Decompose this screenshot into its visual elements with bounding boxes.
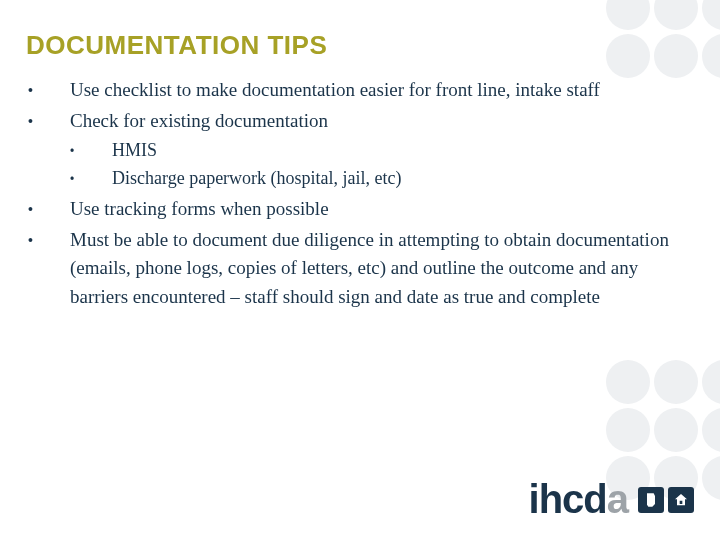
sub-bullet-item: • HMIS [70,137,690,165]
logo-text: ihcda [529,477,628,522]
bullet-icon: • [28,76,70,104]
logo-text-secondary: a [607,477,628,521]
bullet-item: • Check for existing documentation [28,107,690,136]
bullet-icon: • [28,226,70,254]
bullet-text: Check for existing documentation [70,107,690,136]
bullet-text: HMIS [112,137,690,164]
bullet-icon: • [28,195,70,223]
bullet-item: • Must be able to document due diligence… [28,226,690,312]
sub-bullet-item: • Discharge paperwork (hospital, jail, e… [70,165,690,193]
bullet-icon: • [70,137,112,165]
logo-text-primary: ihcd [529,477,607,521]
house-icon [668,487,694,513]
bullet-item: • Use tracking forms when possible [28,195,690,224]
ihcda-logo: ihcda [529,477,694,522]
bullet-text: Use checklist to make documentation easi… [70,76,690,105]
bullet-icon: • [70,165,112,193]
bullet-text: Must be able to document due diligence i… [70,226,690,312]
logo-mark [638,487,694,513]
slide-body: • Use checklist to make documentation ea… [28,76,690,313]
bullet-item: • Use checklist to make documentation ea… [28,76,690,105]
bullet-text: Discharge paperwork (hospital, jail, etc… [112,165,690,192]
bullet-text: Use tracking forms when possible [70,195,690,224]
slide-title: DOCUMENTATION TIPS [26,30,327,61]
state-icon [638,487,664,513]
bullet-icon: • [28,107,70,135]
